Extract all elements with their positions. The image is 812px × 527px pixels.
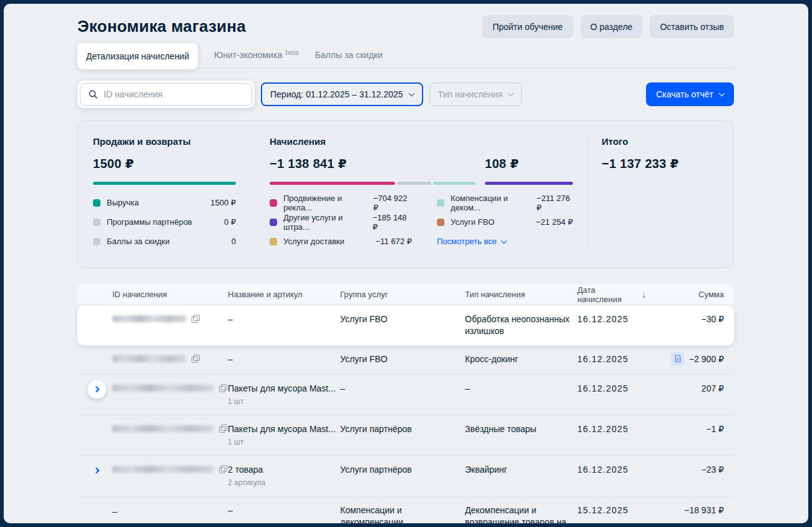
period-select[interactable]: Период: 01.12.2025 – 31.12.2025 bbox=[261, 82, 423, 106]
sales-bar bbox=[93, 182, 236, 185]
table-header: ID начисления Название и артикул Группа … bbox=[77, 284, 734, 305]
legend-item: Баллы за скидки 0 bbox=[93, 232, 236, 251]
cell-name: Пакеты для мусора Mast...1 шт bbox=[228, 423, 340, 447]
cell-sum: −1 ₽ bbox=[646, 423, 724, 435]
legend-color-dot bbox=[270, 219, 277, 226]
cell-group: Услуги партнёров bbox=[340, 423, 465, 435]
legend-item: Компенсации и деком... −211 276 ₽ bbox=[437, 193, 573, 212]
cell-id-wrap bbox=[112, 425, 228, 433]
cell-expand bbox=[87, 464, 112, 480]
bar-segment bbox=[397, 182, 431, 185]
table-row[interactable]: – Услуги FBO Кросс-докинг 16.12.2025 −2 … bbox=[77, 345, 734, 375]
cell-name-subtext: 2 артикула bbox=[228, 478, 340, 488]
cell-group: Услуги FBO bbox=[340, 353, 465, 365]
cell-type: Обработка неопознанных излишков bbox=[465, 313, 577, 337]
cell-date: 16.12.2025 bbox=[577, 383, 646, 395]
legend-label: Выручка bbox=[107, 198, 139, 207]
chevron-down-icon bbox=[719, 90, 725, 96]
cell-date: 16.12.2025 bbox=[577, 313, 646, 325]
legend-label: Программы партнёров bbox=[107, 217, 192, 227]
expand-row-chevron-icon[interactable] bbox=[87, 461, 106, 480]
copy-icon[interactable] bbox=[219, 465, 227, 473]
cell-group: – bbox=[340, 383, 465, 395]
legend-label: Услуги доставки bbox=[283, 237, 345, 246]
training-button[interactable]: Пройти обучение bbox=[482, 15, 573, 38]
cell-name: – bbox=[228, 505, 340, 516]
table-row[interactable]: Пакеты для мусора Mast...1 шт – – 16.12.… bbox=[77, 375, 734, 415]
table-row[interactable]: – Услуги FBO Обработка неопознанных изли… bbox=[77, 305, 734, 345]
copy-icon[interactable] bbox=[192, 355, 200, 363]
cell-sum: 207 ₽ bbox=[646, 383, 724, 395]
col-date-sort[interactable]: Дата начисления ↓ bbox=[577, 285, 646, 304]
search-field[interactable] bbox=[80, 83, 252, 106]
sum-value: −18 931 ₽ bbox=[684, 505, 724, 516]
cell-id-wrap bbox=[112, 315, 228, 323]
tab-accrual-details-highlight: Детализация начислений bbox=[77, 43, 198, 69]
cell-id-wrap bbox=[112, 465, 228, 473]
cell-group: Компенсации и декомпенсации bbox=[340, 505, 465, 523]
legend-label: Другие услуги и штра... bbox=[283, 213, 366, 232]
about-section-button[interactable]: О разделе bbox=[580, 15, 643, 38]
legend-item: Продвижение и рекла... −704 922 ₽ bbox=[270, 193, 412, 212]
cell-date: 16.12.2025 bbox=[577, 423, 646, 435]
cell-name: 2 товара2 артикула bbox=[228, 464, 340, 488]
cell-date: 16.12.2025 bbox=[577, 353, 646, 365]
copy-icon[interactable] bbox=[219, 425, 227, 433]
legend-item: Программы партнёров 0 ₽ bbox=[93, 212, 236, 232]
copy-icon[interactable] bbox=[192, 315, 200, 323]
cell-id-wrap bbox=[112, 355, 228, 363]
total-value: −1 137 233 ₽ bbox=[602, 156, 718, 171]
cell-sum: −2 900 ₽ bbox=[646, 353, 724, 366]
legend-color-dot bbox=[437, 199, 444, 207]
legend-item: Выручка 1500 ₽ bbox=[93, 193, 236, 212]
total-title: Итого bbox=[602, 136, 718, 147]
masked-id bbox=[112, 315, 186, 322]
filters-bar: Период: 01.12.2025 – 31.12.2025 Тип начи… bbox=[77, 81, 734, 108]
legend-label: Продвижение и рекла... bbox=[283, 194, 367, 212]
cell-date: 15.12.2025 bbox=[577, 505, 646, 516]
cell-type: – bbox=[465, 383, 577, 395]
sum-value: 207 ₽ bbox=[702, 383, 724, 395]
tab-discount-points[interactable]: Баллы за скидки bbox=[315, 50, 383, 68]
search-input[interactable] bbox=[104, 89, 244, 99]
sales-section: Продажи и возвраты 1500 ₽ Выручка 1500 ₽… bbox=[93, 136, 236, 251]
table-body: – Услуги FBO Обработка неопознанных изли… bbox=[77, 305, 734, 523]
accruals-positive-total: 108 ₽ bbox=[485, 156, 573, 171]
table-row[interactable]: 2 товара2 артикула Услуги партнёров Эква… bbox=[77, 456, 734, 496]
cell-name: Пакеты для мусора Mast...1 шт bbox=[228, 383, 340, 406]
table-row[interactable]: Пакеты для мусора Mast...1 шт Услуги пар… bbox=[77, 415, 734, 456]
tabs: Детализация начислений Юнит-экономика be… bbox=[77, 43, 734, 69]
summary-divider bbox=[587, 137, 588, 250]
document-icon[interactable] bbox=[671, 352, 685, 366]
legend-value: −21 254 ₽ bbox=[536, 217, 573, 227]
beta-badge: beta bbox=[285, 49, 298, 56]
download-report-button[interactable]: Скачать отчёт bbox=[646, 82, 734, 106]
tab-accrual-details[interactable]: Детализация начислений bbox=[86, 51, 189, 61]
cell-name-subtext: 1 шт bbox=[228, 396, 340, 406]
col-name: Название и артикул bbox=[228, 290, 340, 299]
sum-value: −2 900 ₽ bbox=[689, 353, 724, 365]
legend-item: Услуги доставки −11 672 ₽ bbox=[270, 232, 412, 251]
summary-card: Продажи и возвраты 1500 ₽ Выручка 1500 ₽… bbox=[77, 121, 734, 268]
sort-desc-icon: ↓ bbox=[642, 290, 646, 300]
legend-item: Услуги FBO −21 254 ₽ bbox=[437, 212, 573, 232]
table-row[interactable]: – – Компенсации и декомпенсации Декомпен… bbox=[77, 496, 734, 523]
cell-group: Услуги FBO bbox=[340, 313, 465, 325]
cell-expand bbox=[87, 383, 112, 399]
masked-id bbox=[112, 385, 213, 392]
chevron-down-icon bbox=[508, 90, 514, 96]
accrual-type-select[interactable]: Тип начисления bbox=[429, 82, 522, 106]
download-report-label: Скачать отчёт bbox=[656, 89, 713, 99]
cell-date: 16.12.2025 bbox=[577, 464, 646, 476]
cell-id-wrap bbox=[112, 384, 228, 392]
header-actions: Пройти обучение О разделе Оставить отзыв bbox=[482, 15, 734, 38]
bar-segment bbox=[270, 182, 395, 185]
tab-unit-economics[interactable]: Юнит-экономика beta bbox=[214, 50, 299, 68]
copy-icon[interactable] bbox=[219, 384, 227, 392]
sum-value: −30 ₽ bbox=[701, 313, 724, 325]
leave-feedback-button[interactable]: Оставить отзыв bbox=[650, 15, 734, 38]
view-all-link[interactable]: Посмотреть все bbox=[437, 232, 573, 251]
expand-row-chevron-icon[interactable] bbox=[87, 380, 106, 399]
col-date-label: Дата начисления bbox=[577, 285, 638, 304]
cell-type: Декомпенсации и возвращение товаров на с… bbox=[465, 505, 577, 523]
